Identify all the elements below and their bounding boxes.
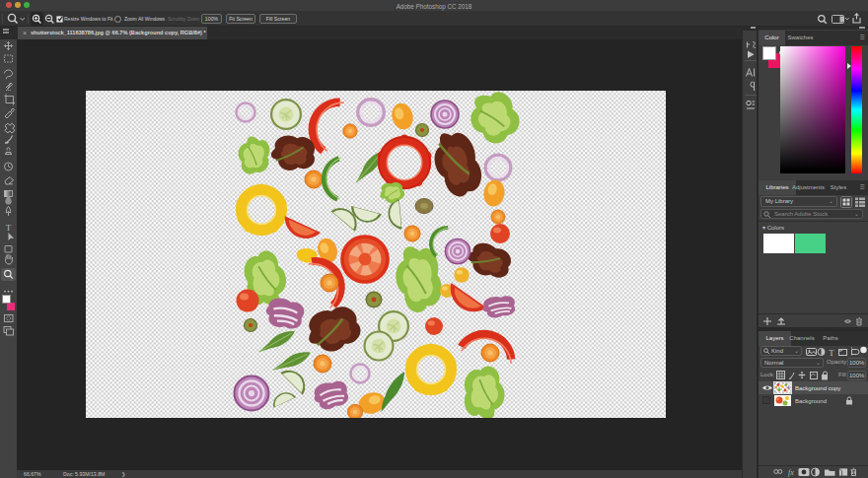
svg-text:T: T: [6, 223, 12, 233]
svg-text:fx: fx: [788, 468, 794, 477]
svg-text:T: T: [829, 348, 834, 358]
